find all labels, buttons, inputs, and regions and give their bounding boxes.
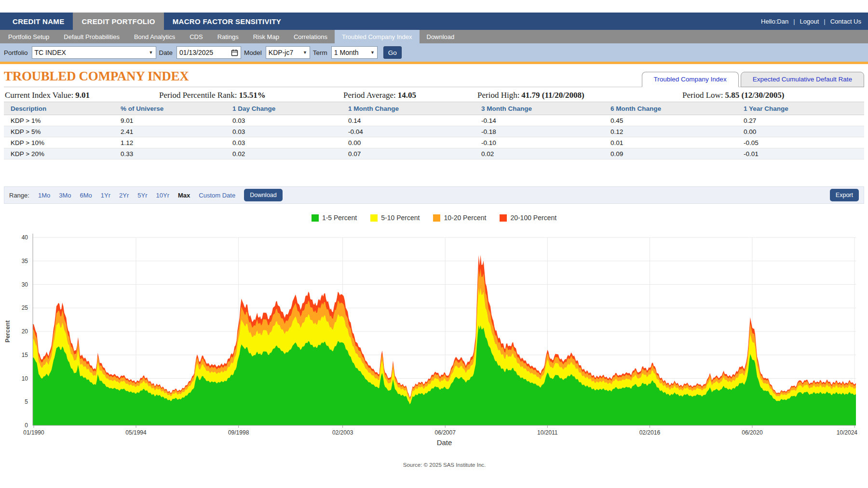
export-button[interactable]: Export: [830, 189, 859, 201]
stat-label: Period High:: [477, 91, 519, 100]
column-header-1-month-change[interactable]: 1 Month Change: [341, 102, 475, 115]
contact-us-link[interactable]: Contact Us: [830, 18, 861, 25]
term-label: Term: [313, 49, 327, 56]
range-option-3mo[interactable]: 3Mo: [59, 192, 71, 199]
calendar-icon[interactable]: [231, 49, 238, 56]
stat-label: Period Low:: [682, 91, 723, 100]
brand-tab-credit-name[interactable]: CREDIT NAME: [4, 13, 73, 30]
table-cell: -0.14: [475, 115, 604, 126]
svg-text:06/2007: 06/2007: [435, 429, 456, 436]
svg-text:20: 20: [22, 328, 28, 335]
stats-row: Current Index Value:9.01Period Percentil…: [4, 87, 864, 102]
range-option-2yr[interactable]: 2Yr: [119, 192, 129, 199]
subnav-item-cds[interactable]: CDS: [182, 30, 210, 43]
kdp-threshold-table: Description% of Universe1 Day Change1 Mo…: [4, 102, 864, 159]
model-select[interactable]: KDP-jc7 ▼: [266, 46, 310, 59]
date-label: Date: [159, 49, 173, 56]
column-header-description[interactable]: Description: [4, 102, 114, 115]
tab-troubled-company-index[interactable]: Troubled Company Index: [642, 72, 739, 87]
download-button[interactable]: Download: [244, 189, 283, 201]
column-header-1-day-change[interactable]: 1 Day Change: [226, 102, 341, 115]
table-cell: KDP > 5%: [4, 126, 114, 137]
legend-item-20-100-percent[interactable]: 20-100 Percent: [500, 214, 556, 222]
chevron-down-icon: ▼: [303, 50, 307, 55]
stat-current-index-value: Current Index Value:9.01: [5, 91, 90, 100]
subnav-item-correlations[interactable]: Correlations: [286, 30, 335, 43]
range-option-custom-date[interactable]: Custom Date: [199, 192, 235, 199]
range-option-max[interactable]: Max: [178, 192, 190, 199]
legend-swatch: [312, 214, 319, 222]
stat-label: Period Average:: [343, 91, 396, 100]
range-option-1mo[interactable]: 1Mo: [38, 192, 50, 199]
user-area: Hello:Dan | Logout | Contact Us: [761, 13, 868, 30]
svg-text:06/2020: 06/2020: [742, 429, 763, 436]
separator: |: [824, 18, 825, 25]
table-cell: 0.45: [604, 115, 737, 126]
stat-value: 15.51%: [239, 91, 265, 100]
legend-item-10-20-percent[interactable]: 10-20 Percent: [433, 214, 486, 222]
column-header-3-month-change[interactable]: 3 Month Change: [475, 102, 604, 115]
svg-text:30: 30: [22, 281, 28, 288]
term-select[interactable]: 1 Month ▼: [331, 46, 378, 59]
legend-label: 20-100 Percent: [510, 214, 556, 222]
stacked-area-chart: 051015202530354001/199005/199409/199802/…: [0, 224, 868, 488]
portfolio-select[interactable]: TC INDEX ▼: [32, 46, 156, 59]
brand-tab-credit-portfolio[interactable]: CREDIT PORTFOLIO: [73, 13, 163, 30]
legend-label: 10-20 Percent: [444, 214, 486, 222]
subnav-item-default-probabilities[interactable]: Default Probabilities: [56, 30, 127, 43]
separator: |: [793, 18, 795, 25]
column-header-6-month-change[interactable]: 6 Month Change: [604, 102, 737, 115]
title-row: TROUBLED COMPANY INDEX Troubled Company …: [4, 64, 864, 87]
page-title: TROUBLED COMPANY INDEX: [4, 69, 642, 87]
svg-text:Percent: Percent: [4, 320, 11, 343]
table-cell: 1.12: [114, 137, 226, 148]
legend-swatch: [433, 214, 440, 222]
table-header-row: Description% of Universe1 Day Change1 Mo…: [4, 102, 864, 115]
svg-text:10: 10: [22, 375, 28, 382]
view-tabs: Troubled Company IndexExpected Cumulativ…: [642, 72, 864, 87]
table-cell: 0.00: [737, 126, 864, 137]
legend-item-5-10-percent[interactable]: 5-10 Percent: [370, 214, 420, 222]
range-option-10yr[interactable]: 10Yr: [156, 192, 169, 199]
portfolio-select-value: TC INDEX: [35, 49, 66, 56]
date-input[interactable]: 01/13/2025: [176, 46, 241, 59]
stat-value: 9.01: [75, 91, 90, 100]
table-cell: -0.04: [341, 126, 475, 137]
range-option-6mo[interactable]: 6Mo: [80, 192, 92, 199]
top-white-strip: [0, 0, 868, 13]
table-cell: 0.07: [341, 148, 475, 159]
chevron-down-icon: ▼: [370, 50, 375, 55]
main-navbar: CREDIT NAMECREDIT PORTFOLIOMACRO FACTOR …: [0, 13, 868, 30]
table-row: KDP > 5%2.410.03-0.04-0.180.120.00: [4, 126, 864, 137]
svg-text:10/2024: 10/2024: [837, 429, 858, 436]
subnav-item-troubled-company-index[interactable]: Troubled Company Index: [335, 30, 420, 43]
table-cell: 0.03: [226, 115, 341, 126]
table-cell: KDP > 20%: [4, 148, 114, 159]
stat-label: Period Percentile Rank:: [159, 91, 237, 100]
range-bar: Range: 1Mo3Mo6Mo1Yr2Yr5Yr10YrMaxCustom D…: [4, 186, 864, 204]
logout-link[interactable]: Logout: [800, 18, 819, 25]
subnav-item-bond-analytics[interactable]: Bond Analytics: [127, 30, 182, 43]
svg-text:05/1994: 05/1994: [125, 429, 147, 436]
tab-expected-cumulative-default-rate[interactable]: Expected Cumulative Default Rate: [741, 72, 864, 87]
column-header-of-universe[interactable]: % of Universe: [114, 102, 226, 115]
range-option-5yr[interactable]: 5Yr: [137, 192, 147, 199]
subnav-item-risk-map[interactable]: Risk Map: [246, 30, 286, 43]
brand-tab-macro-factor-sensitivity[interactable]: MACRO FACTOR SENSITIVITY: [164, 13, 290, 30]
table-cell: 0.03: [226, 126, 341, 137]
date-input-value: 01/13/2025: [179, 49, 213, 56]
subnav-item-ratings[interactable]: Ratings: [210, 30, 246, 43]
subnav-item-portfolio-setup[interactable]: Portfolio Setup: [1, 30, 56, 43]
legend-item-1-5-percent[interactable]: 1-5 Percent: [312, 214, 357, 222]
app-root: CREDIT NAMECREDIT PORTFOLIOMACRO FACTOR …: [0, 0, 868, 488]
range-option-1yr[interactable]: 1Yr: [101, 192, 110, 199]
table-cell: 0.03: [226, 137, 341, 148]
go-button[interactable]: Go: [383, 46, 402, 59]
svg-text:25: 25: [22, 304, 28, 311]
greeting-text: Hello:Dan: [761, 18, 788, 25]
table-cell: 0.12: [604, 126, 737, 137]
table-cell: 0.02: [475, 148, 604, 159]
subnav-item-download[interactable]: Download: [420, 30, 462, 43]
table-cell: -0.10: [475, 137, 604, 148]
column-header-1-year-change[interactable]: 1 Year Change: [737, 102, 864, 115]
